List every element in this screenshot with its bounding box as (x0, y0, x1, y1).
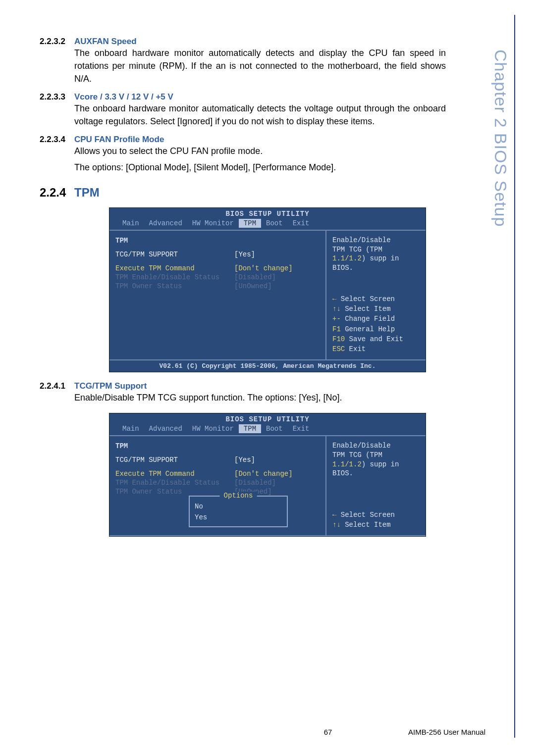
doc-title: AIMB-256 User Manual (408, 728, 485, 736)
bios-help-line: BIOS. (332, 469, 420, 478)
content-column: 2.2.3.2 AUXFAN Speed The onboard hardwar… (40, 37, 446, 537)
bios-row-tpmenable: TPM Enable/Disable Status [Disabled] (115, 479, 320, 487)
bios-value: [Disabled] (234, 273, 276, 281)
bios-title: BIOS SETUP UTILITY (109, 208, 426, 219)
bios-help-line: 1.1/1.2) supp in (332, 460, 420, 469)
bios-row-tcgtpm[interactable]: TCG/TPM SUPPORT [Yes] (115, 456, 320, 464)
section-heading-tpm: 2.2.4 TPM (40, 186, 446, 200)
section-number: 2.2.3.3 (40, 92, 74, 102)
bios-key-legend: ← Select Screen ↑↓ Select Item (332, 510, 420, 530)
bios-help-line: Enable/Disable (332, 441, 420, 451)
bios-menubar: Main Advanced HW Monitor TPM Boot Exit (109, 219, 426, 230)
section-heading-cpufan: 2.2.3.4 CPU FAN Profile Mode (40, 135, 446, 145)
bios-left-pane: TPM TCG/TPM SUPPORT [Yes] Execute TPM Co… (109, 231, 326, 359)
bios-value: [Don't change] (234, 470, 293, 478)
bios-popup-option-yes[interactable]: Yes (195, 513, 282, 521)
page: Chapter 2 BIOS Setup 2.2.3.2 AUXFAN Spee… (0, 0, 535, 756)
bios-row-tcgtpm[interactable]: TCG/TPM SUPPORT [Yes] (115, 251, 320, 258)
bios-menu-hwmonitor[interactable]: HW Monitor (187, 424, 239, 433)
bios-menu-exit[interactable]: Exit (288, 424, 315, 433)
chapter-side-tab: Chapter 2 BIOS Setup (491, 50, 510, 227)
page-number: 67 (324, 728, 332, 736)
bios-value: [UnOwned] (234, 282, 272, 290)
section-body: The onboard hardware monitor automatical… (74, 102, 446, 128)
bios-value: [Yes] (234, 251, 255, 258)
section-number: 2.2.4.1 (40, 381, 74, 391)
bios-heading-tpm: TPM (115, 442, 128, 450)
bios-value: [Disabled] (234, 479, 276, 487)
section-heading-tcgtpm: 2.2.4.1 TCG/TPM Support (40, 381, 446, 391)
bios-key-legend: ← Select Screen ↑↓ Select Item +- Change… (332, 294, 420, 354)
bios-label: Execute TPM Command (115, 470, 234, 478)
section-title: TPM (74, 186, 100, 200)
bios-row-tpmowner: TPM Owner Status [UnOwned] (115, 488, 320, 496)
bios-menu-boot[interactable]: Boot (261, 219, 288, 228)
section-body: Enable/Disable TPM TCG support function.… (74, 391, 446, 404)
bios-label: TCG/TPM SUPPORT (115, 251, 234, 258)
bios-menu-tpm[interactable]: TPM (239, 424, 261, 433)
bios-help-text: Enable/Disable TPM TCG (TPM 1.1/1.2) sup… (332, 441, 420, 479)
section-title: CPU FAN Profile Mode (74, 135, 164, 145)
bios-label: TPM Owner Status (115, 488, 234, 496)
bios-row-tpmowner: TPM Owner Status [UnOwned] (115, 282, 320, 290)
bios-label: TPM Enable/Disable Status (115, 273, 234, 281)
bios-row-tpmenable: TPM Enable/Disable Status [Disabled] (115, 273, 320, 281)
bios-help-line: TPM TCG (TPM (332, 245, 420, 254)
section-heading-auxfan: 2.2.3.2 AUXFAN Speed (40, 37, 446, 47)
bios-menu-boot[interactable]: Boot (261, 424, 288, 433)
bios-menu-hwmonitor[interactable]: HW Monitor (187, 219, 239, 228)
bios-menu-main[interactable]: Main (117, 424, 144, 433)
bios-menu-advanced[interactable]: Advanced (144, 424, 187, 433)
right-rule (514, 15, 515, 738)
section-body: The onboard hardware monitor automatical… (74, 47, 446, 85)
bios-menu-advanced[interactable]: Advanced (144, 219, 187, 228)
section-title: Vcore / 3.3 V / 12 V / +5 V (74, 92, 173, 102)
bios-options-popup: Options No Yes (189, 496, 288, 527)
bios-value: [Yes] (234, 456, 255, 464)
bios-footer: V02.61 (C) Copyright 1985-2006, American… (109, 360, 426, 372)
section-body-line1: Allows you to select the CPU FAN profile… (74, 145, 446, 157)
bios-screenshot-1: BIOS SETUP UTILITY Main Advanced HW Moni… (109, 207, 426, 372)
bios-label: Execute TPM Command (115, 264, 234, 272)
section-number: 2.2.3.4 (40, 135, 74, 145)
bios-popup-title: Options (220, 492, 257, 500)
bios-body: TPM TCG/TPM SUPPORT [Yes] Execute TPM Co… (109, 435, 426, 536)
section-body-line2: The options: [Optional Mode], [Silent Mo… (74, 161, 446, 174)
bios-menu-exit[interactable]: Exit (288, 219, 315, 228)
bios-menu-main[interactable]: Main (117, 219, 144, 228)
bios-menu-tpm[interactable]: TPM (239, 219, 261, 228)
bios-screenshot-2: BIOS SETUP UTILITY Main Advanced HW Moni… (109, 413, 426, 537)
section-title: TCG/TPM Support (74, 381, 147, 391)
bios-title: BIOS SETUP UTILITY (109, 413, 426, 424)
page-footer: 67 AIMB-256 User Manual (40, 728, 485, 736)
section-number: 2.2.4 (40, 186, 74, 200)
bios-help-line: TPM TCG (TPM (332, 451, 420, 460)
bios-popup-option-no[interactable]: No (195, 503, 282, 510)
section-title: AUXFAN Speed (74, 37, 137, 47)
bios-help-text: Enable/Disable TPM TCG (TPM 1.1/1.2) sup… (332, 236, 420, 273)
bios-menubar: Main Advanced HW Monitor TPM Boot Exit (109, 424, 426, 435)
bios-right-pane: Enable/Disable TPM TCG (TPM 1.1/1.2) sup… (326, 436, 426, 535)
bios-row-exectpm[interactable]: Execute TPM Command [Don't change] (115, 470, 320, 478)
section-heading-vcore: 2.2.3.3 Vcore / 3.3 V / 12 V / +5 V (40, 92, 446, 102)
bios-heading-tpm: TPM (115, 237, 128, 245)
bios-help-line: BIOS. (332, 263, 420, 273)
bios-label: TPM Owner Status (115, 282, 234, 290)
bios-value: [Don't change] (234, 264, 293, 272)
bios-label: TCG/TPM SUPPORT (115, 456, 234, 464)
bios-left-pane: TPM TCG/TPM SUPPORT [Yes] Execute TPM Co… (109, 436, 326, 535)
bios-row-exectpm[interactable]: Execute TPM Command [Don't change] (115, 264, 320, 272)
section-number: 2.2.3.2 (40, 37, 74, 47)
bios-help-line: 1.1/1.2) supp in (332, 254, 420, 263)
bios-body: TPM TCG/TPM SUPPORT [Yes] Execute TPM Co… (109, 230, 426, 360)
bios-help-line: Enable/Disable (332, 236, 420, 245)
bios-right-pane: Enable/Disable TPM TCG (TPM 1.1/1.2) sup… (326, 231, 426, 359)
bios-label: TPM Enable/Disable Status (115, 479, 234, 487)
